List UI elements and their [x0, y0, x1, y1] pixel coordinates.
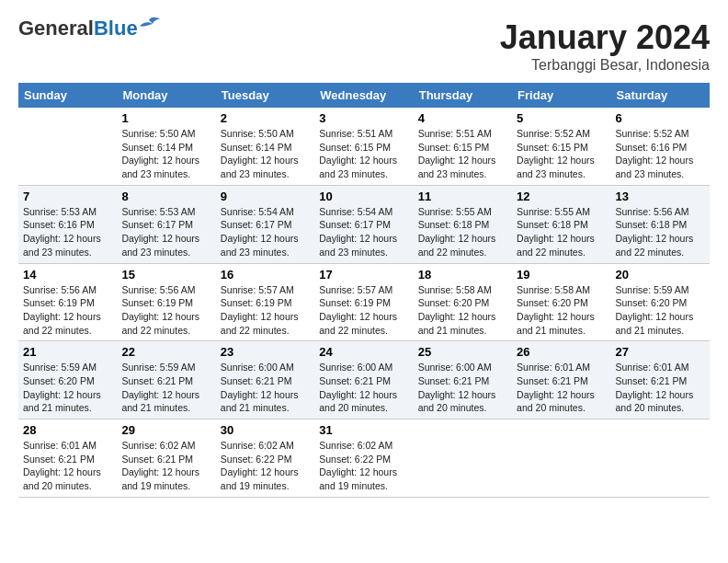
day-info: Sunrise: 6:00 AM Sunset: 6:21 PM Dayligh…	[319, 361, 408, 415]
logo: GeneralBlue	[18, 18, 160, 39]
calendar-cell-w2-d6: 12Sunrise: 5:55 AM Sunset: 6:18 PM Dayli…	[512, 185, 610, 263]
calendar-cell-w1-d4: 3Sunrise: 5:51 AM Sunset: 6:15 PM Daylig…	[314, 108, 413, 185]
day-info: Sunrise: 5:50 AM Sunset: 6:14 PM Dayligh…	[221, 127, 310, 181]
calendar-cell-w4-d5: 25Sunrise: 6:00 AM Sunset: 6:21 PM Dayli…	[414, 341, 512, 419]
day-number: 30	[221, 423, 310, 437]
calendar-cell-w3-d4: 17Sunrise: 5:57 AM Sunset: 6:19 PM Dayli…	[314, 263, 413, 341]
calendar-cell-w5-d7	[611, 419, 710, 498]
calendar-cell-w5-d6	[512, 419, 610, 498]
day-number: 2	[221, 111, 310, 125]
weekday-header-friday: Friday	[512, 83, 610, 108]
calendar-cell-w4-d2: 22Sunrise: 5:59 AM Sunset: 6:21 PM Dayli…	[117, 341, 215, 419]
calendar-cell-w1-d7: 6Sunrise: 5:52 AM Sunset: 6:16 PM Daylig…	[611, 108, 710, 185]
logo-bird-icon	[140, 17, 160, 33]
day-info: Sunrise: 5:54 AM Sunset: 6:17 PM Dayligh…	[319, 205, 408, 259]
calendar-cell-w5-d3: 30Sunrise: 6:02 AM Sunset: 6:22 PM Dayli…	[216, 419, 314, 498]
day-info: Sunrise: 5:52 AM Sunset: 6:16 PM Dayligh…	[616, 127, 705, 181]
day-number: 13	[616, 190, 705, 203]
calendar-cell-w3-d6: 19Sunrise: 5:58 AM Sunset: 6:20 PM Dayli…	[512, 263, 610, 341]
calendar-cell-w4-d6: 26Sunrise: 6:01 AM Sunset: 6:21 PM Dayli…	[512, 341, 610, 419]
day-number: 19	[517, 268, 606, 282]
day-number: 18	[418, 268, 507, 282]
day-info: Sunrise: 6:00 AM Sunset: 6:21 PM Dayligh…	[418, 361, 507, 415]
calendar-cell-w3-d1: 14Sunrise: 5:56 AM Sunset: 6:19 PM Dayli…	[18, 263, 117, 341]
calendar-cell-w1-d1	[18, 108, 117, 185]
weekday-header-wednesday: Wednesday	[314, 83, 413, 108]
calendar-cell-w2-d1: 7Sunrise: 5:53 AM Sunset: 6:16 PM Daylig…	[18, 185, 117, 263]
calendar-table: SundayMondayTuesdayWednesdayThursdayFrid…	[18, 83, 710, 498]
day-number: 5	[517, 111, 606, 125]
calendar-cell-w4-d3: 23Sunrise: 6:00 AM Sunset: 6:21 PM Dayli…	[216, 341, 314, 419]
calendar-week-2: 7Sunrise: 5:53 AM Sunset: 6:16 PM Daylig…	[18, 185, 710, 263]
day-info: Sunrise: 5:51 AM Sunset: 6:15 PM Dayligh…	[418, 127, 507, 181]
day-info: Sunrise: 5:56 AM Sunset: 6:19 PM Dayligh…	[23, 283, 112, 338]
calendar-cell-w2-d2: 8Sunrise: 5:53 AM Sunset: 6:17 PM Daylig…	[117, 185, 215, 263]
calendar-cell-w4-d4: 24Sunrise: 6:00 AM Sunset: 6:21 PM Dayli…	[314, 341, 413, 419]
weekday-header-saturday: Saturday	[611, 83, 710, 108]
day-info: Sunrise: 6:02 AM Sunset: 6:22 PM Dayligh…	[221, 439, 310, 493]
calendar-cell-w3-d2: 15Sunrise: 5:56 AM Sunset: 6:19 PM Dayli…	[117, 263, 215, 341]
calendar-cell-w5-d1: 28Sunrise: 6:01 AM Sunset: 6:21 PM Dayli…	[18, 419, 117, 498]
month-title: January 2024	[500, 18, 710, 57]
calendar-cell-w3-d7: 20Sunrise: 5:59 AM Sunset: 6:20 PM Dayli…	[611, 263, 710, 341]
day-number: 6	[616, 111, 705, 125]
calendar-cell-w3-d3: 16Sunrise: 5:57 AM Sunset: 6:19 PM Dayli…	[216, 263, 314, 341]
day-number: 10	[319, 190, 408, 203]
day-number: 3	[319, 111, 408, 125]
day-info: Sunrise: 5:58 AM Sunset: 6:20 PM Dayligh…	[418, 283, 507, 338]
day-number: 20	[616, 268, 705, 282]
calendar-cell-w1-d2: 1Sunrise: 5:50 AM Sunset: 6:14 PM Daylig…	[117, 108, 215, 185]
day-number: 16	[221, 268, 310, 282]
location: Terbanggi Besar, Indonesia	[500, 57, 710, 74]
calendar-cell-w1-d6: 5Sunrise: 5:52 AM Sunset: 6:15 PM Daylig…	[512, 108, 610, 185]
weekday-header-thursday: Thursday	[414, 83, 512, 108]
day-info: Sunrise: 5:59 AM Sunset: 6:21 PM Dayligh…	[121, 361, 210, 415]
title-block: January 2024 Terbanggi Besar, Indonesia	[500, 18, 710, 74]
day-number: 14	[23, 268, 112, 282]
day-info: Sunrise: 5:57 AM Sunset: 6:19 PM Dayligh…	[319, 283, 408, 338]
day-info: Sunrise: 6:01 AM Sunset: 6:21 PM Dayligh…	[23, 439, 112, 493]
day-info: Sunrise: 5:56 AM Sunset: 6:19 PM Dayligh…	[121, 283, 210, 338]
day-info: Sunrise: 5:53 AM Sunset: 6:17 PM Dayligh…	[121, 205, 210, 259]
calendar-cell-w1-d5: 4Sunrise: 5:51 AM Sunset: 6:15 PM Daylig…	[414, 108, 512, 185]
day-number: 12	[517, 190, 606, 203]
day-info: Sunrise: 5:53 AM Sunset: 6:16 PM Dayligh…	[23, 205, 112, 259]
day-number: 25	[418, 345, 507, 359]
calendar-cell-w1-d3: 2Sunrise: 5:50 AM Sunset: 6:14 PM Daylig…	[216, 108, 314, 185]
calendar-header: SundayMondayTuesdayWednesdayThursdayFrid…	[18, 83, 710, 108]
day-number: 22	[121, 345, 210, 359]
calendar-cell-w3-d5: 18Sunrise: 5:58 AM Sunset: 6:20 PM Dayli…	[414, 263, 512, 341]
day-number: 28	[23, 423, 112, 437]
day-number: 4	[418, 111, 507, 125]
day-info: Sunrise: 5:55 AM Sunset: 6:18 PM Dayligh…	[517, 205, 606, 259]
weekday-header-monday: Monday	[117, 83, 215, 108]
day-info: Sunrise: 6:02 AM Sunset: 6:22 PM Dayligh…	[319, 439, 408, 493]
day-info: Sunrise: 5:59 AM Sunset: 6:20 PM Dayligh…	[23, 361, 112, 415]
weekday-header-row: SundayMondayTuesdayWednesdayThursdayFrid…	[18, 83, 710, 108]
day-info: Sunrise: 5:52 AM Sunset: 6:15 PM Dayligh…	[517, 127, 606, 181]
day-number: 7	[23, 190, 112, 203]
day-number: 15	[121, 268, 210, 282]
day-number: 9	[221, 190, 310, 203]
day-number: 21	[23, 345, 112, 359]
day-number: 23	[221, 345, 310, 359]
day-number: 31	[319, 423, 408, 437]
weekday-header-sunday: Sunday	[18, 83, 117, 108]
day-number: 24	[319, 345, 408, 359]
calendar-cell-w4-d7: 27Sunrise: 6:01 AM Sunset: 6:21 PM Dayli…	[611, 341, 710, 419]
day-info: Sunrise: 6:02 AM Sunset: 6:21 PM Dayligh…	[121, 439, 210, 493]
day-number: 27	[616, 345, 705, 359]
calendar-cell-w2-d4: 10Sunrise: 5:54 AM Sunset: 6:17 PM Dayli…	[314, 185, 413, 263]
calendar-cell-w5-d2: 29Sunrise: 6:02 AM Sunset: 6:21 PM Dayli…	[117, 419, 215, 498]
weekday-header-tuesday: Tuesday	[216, 83, 314, 108]
day-number: 17	[319, 268, 408, 282]
calendar-cell-w2-d5: 11Sunrise: 5:55 AM Sunset: 6:18 PM Dayli…	[414, 185, 512, 263]
logo-blue: Blue	[94, 17, 138, 40]
day-info: Sunrise: 6:00 AM Sunset: 6:21 PM Dayligh…	[221, 361, 310, 415]
calendar-week-3: 14Sunrise: 5:56 AM Sunset: 6:19 PM Dayli…	[18, 263, 710, 341]
day-info: Sunrise: 5:51 AM Sunset: 6:15 PM Dayligh…	[319, 127, 408, 181]
calendar-cell-w5-d5	[414, 419, 512, 498]
page-header: GeneralBlue January 2024 Terbanggi Besar…	[18, 18, 710, 74]
day-number: 26	[517, 345, 606, 359]
logo-text: GeneralBlue	[18, 18, 138, 39]
